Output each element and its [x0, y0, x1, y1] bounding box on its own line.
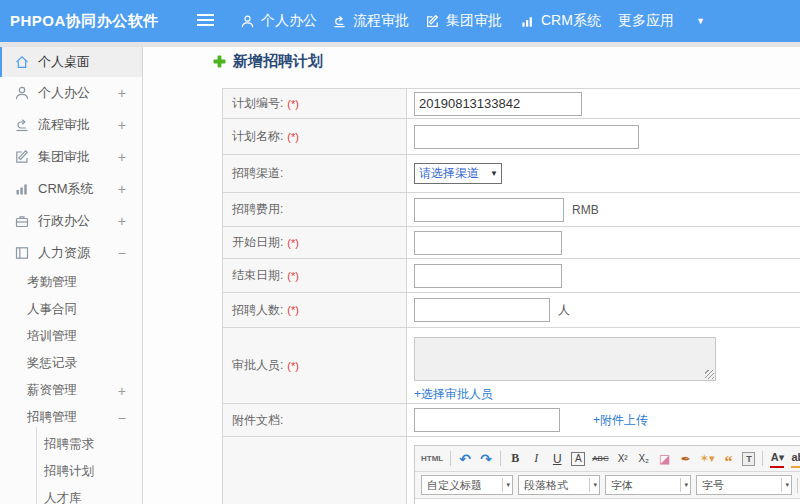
- form-row-approvers: 审批人员:(*) +选择审批人员: [223, 328, 800, 404]
- font-border-icon[interactable]: A: [571, 452, 585, 466]
- editor-select-label: 段落格式: [524, 478, 568, 493]
- field-label: 招聘渠道:: [232, 165, 283, 182]
- resize-grip[interactable]: [705, 370, 714, 379]
- sidebar-item-personal-desktop[interactable]: 个人桌面: [0, 47, 142, 77]
- editor-select[interactable]: 段落格式▾: [518, 475, 600, 495]
- sidebar-item-hr[interactable]: 人力资源 −: [0, 237, 142, 269]
- sidebar-item-rewards[interactable]: 奖惩记录: [0, 350, 142, 377]
- chart-icon: [14, 181, 30, 197]
- format-painter-icon[interactable]: ✒: [679, 450, 693, 468]
- sidebar-item-recruit-mgmt[interactable]: 招聘管理−: [0, 404, 142, 431]
- attachment-input[interactable]: [414, 408, 560, 432]
- form-row-headcount: 招聘人数:(*) 人: [223, 293, 800, 328]
- sidebar-item-salary[interactable]: 薪资管理+: [0, 377, 142, 404]
- undo-icon[interactable]: ↶: [458, 450, 472, 468]
- sidebar-item-training[interactable]: 培训管理: [0, 323, 142, 350]
- subscript-icon[interactable]: X₂: [637, 450, 651, 468]
- editor-select-label: 字号: [702, 478, 724, 493]
- collapse-icon[interactable]: −: [118, 245, 126, 261]
- expand-icon[interactable]: +: [118, 117, 126, 133]
- highlight-color-icon[interactable]: ab▾: [791, 450, 800, 468]
- attachment-upload-link[interactable]: +附件上传: [593, 412, 648, 429]
- sidebar-item-crm[interactable]: CRM系统 +: [0, 173, 142, 205]
- underline-icon[interactable]: U: [550, 450, 564, 468]
- toolbar-separator: [797, 478, 798, 493]
- sidebar-item-hr-contract[interactable]: 人事合同: [0, 296, 142, 323]
- expand-icon[interactable]: +: [118, 213, 126, 229]
- sidebar-item-workflow-approval[interactable]: 流程审批 +: [0, 109, 142, 141]
- sidebar-item-personal-office[interactable]: 个人办公 +: [0, 77, 142, 109]
- italic-icon[interactable]: I: [529, 450, 543, 468]
- form-row-channel: 招聘渠道: 请选择渠道 ▼: [223, 155, 800, 193]
- topmenu-crm[interactable]: CRM系统: [520, 0, 601, 42]
- sidebar-item-admin-office[interactable]: 行政办公 +: [0, 205, 142, 237]
- edit-icon: [425, 14, 440, 29]
- paste-as-text-icon[interactable]: T: [742, 452, 755, 466]
- rich-text-editor: HTML↶↷BIUAABCX²X₂◪✒✶▾“TA▾ab▾ 自定义标题▾段落格式▾…: [414, 445, 800, 504]
- submenu-guide-line: [36, 427, 37, 504]
- fee-unit: RMB: [572, 203, 599, 217]
- editor-content-area[interactable]: [415, 499, 800, 504]
- collapse-icon[interactable]: −: [118, 410, 126, 426]
- editor-select[interactable]: 字号▾: [696, 475, 792, 495]
- flow-icon: [332, 14, 347, 29]
- sidebar: 个人桌面 个人办公 + 流程审批 + 集团审批 + CRM系统 + 行政办公 +: [0, 47, 143, 504]
- auto-typeset-icon[interactable]: ✶▾: [700, 450, 715, 468]
- sidebar-item-group-approval[interactable]: 集团审批 +: [0, 141, 142, 173]
- toolbar-separator: [500, 451, 501, 466]
- form-row-editor: HTML↶↷BIUAABCX²X₂◪✒✶▾“TA▾ab▾ 自定义标题▾段落格式▾…: [223, 437, 800, 504]
- strikethrough-icon[interactable]: ABC: [592, 450, 608, 468]
- form-row-plan-no: 计划编号:(*): [223, 89, 800, 119]
- hamburger-menu-icon[interactable]: [197, 14, 214, 27]
- caret-down-icon: ▼: [696, 16, 705, 26]
- channel-select[interactable]: 请选择渠道 ▼: [414, 163, 502, 184]
- superscript-icon[interactable]: X²: [616, 450, 630, 468]
- required-mark: (*): [287, 360, 299, 372]
- expand-icon[interactable]: +: [118, 149, 126, 165]
- html-icon[interactable]: HTML: [421, 450, 443, 468]
- end-date-input[interactable]: [414, 264, 562, 288]
- required-mark: (*): [287, 237, 299, 249]
- topmenu-workflow-approval[interactable]: 流程审批: [332, 0, 409, 42]
- field-label: 附件文档:: [232, 412, 283, 429]
- form-row-end-date: 结束日期:(*): [223, 259, 800, 293]
- approvers-textarea[interactable]: [414, 337, 716, 381]
- headcount-input[interactable]: [414, 298, 550, 322]
- start-date-input[interactable]: [414, 231, 562, 255]
- topmenu-more-apps[interactable]: 更多应用 ▼: [618, 0, 705, 42]
- editor-select[interactable]: 字体▾: [605, 475, 691, 495]
- flow-icon: [14, 117, 30, 133]
- expand-icon[interactable]: +: [118, 181, 126, 197]
- field-label: 计划名称:: [232, 128, 283, 145]
- redo-icon[interactable]: ↷: [479, 450, 493, 468]
- toolbar-separator: [450, 451, 451, 466]
- fee-input[interactable]: [414, 198, 564, 222]
- eraser-icon[interactable]: ◪: [658, 450, 672, 468]
- app-logo: PHPOA协同办公软件: [10, 0, 159, 42]
- editor-toolbar-row1: HTML↶↷BIUAABCX²X₂◪✒✶▾“TA▾ab▾: [415, 446, 800, 472]
- form-row-fee: 招聘费用: RMB: [223, 193, 800, 227]
- bold-icon[interactable]: B: [508, 450, 522, 468]
- font-color-icon[interactable]: A▾: [770, 450, 784, 468]
- book-icon: [14, 245, 30, 261]
- required-mark: (*): [287, 98, 299, 110]
- sidebar-item-recruit-need[interactable]: 招聘需求: [0, 431, 142, 458]
- topmenu-group-approval[interactable]: 集团审批: [425, 0, 502, 42]
- chart-icon: [520, 14, 535, 29]
- editor-select[interactable]: 自定义标题▾: [421, 475, 513, 495]
- page-title: 新增招聘计划: [213, 52, 323, 71]
- sidebar-item-recruit-plan[interactable]: 招聘计划: [0, 458, 142, 485]
- plan-no-input[interactable]: [414, 92, 582, 116]
- topmenu-personal-office[interactable]: 个人办公: [240, 0, 317, 42]
- plan-name-input[interactable]: [414, 125, 639, 149]
- expand-icon[interactable]: +: [118, 85, 126, 101]
- field-label: 计划编号:: [232, 95, 283, 112]
- sidebar-item-talent-pool[interactable]: 人才库: [0, 485, 142, 504]
- sidebar-item-attendance[interactable]: 考勤管理: [0, 269, 142, 296]
- top-bar: PHPOA协同办公软件 个人办公 流程审批 集团审批 CRM系统 更多应用 ▼: [0, 0, 800, 42]
- expand-icon[interactable]: +: [118, 383, 126, 399]
- blockquote-icon[interactable]: “: [721, 450, 735, 468]
- app-window: PHPOA协同办公软件 个人办公 流程审批 集团审批 CRM系统 更多应用 ▼ …: [0, 0, 800, 504]
- caret-down-icon: ▾: [781, 478, 789, 492]
- choose-approvers-link[interactable]: +选择审批人员: [414, 386, 493, 403]
